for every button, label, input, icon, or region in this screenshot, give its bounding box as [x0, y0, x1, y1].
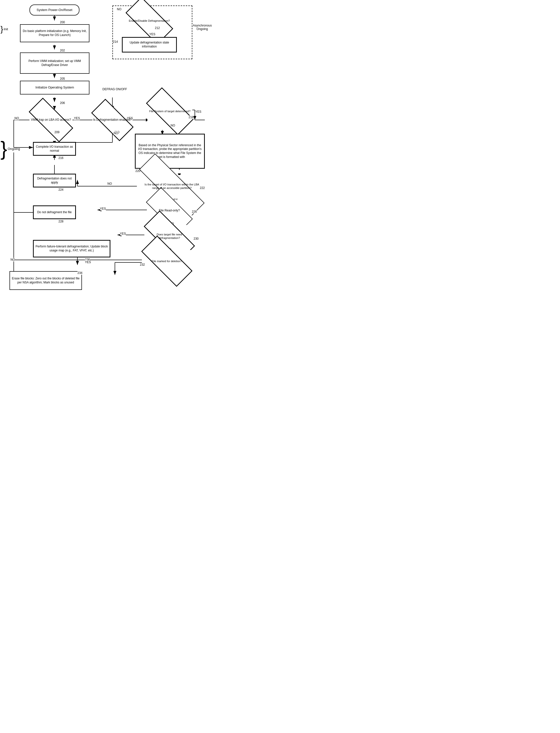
label-224: 224 [58, 188, 63, 191]
enable-disable-diamond: Enable/Disable Defragmentation? [127, 9, 172, 32]
complete-io-label: Complete I/O transaction as normal [35, 145, 74, 153]
label-200: 200 [60, 20, 65, 24]
label-234: 234 [77, 271, 82, 275]
vmm-trap-no-label: NO [14, 116, 19, 120]
label-206: 206 [60, 101, 65, 105]
basic-platform-label: Do basic platform initialization (e.g. M… [22, 29, 87, 37]
lba-no-label: NO [107, 182, 112, 185]
ongoing-brace-label: } Ongoing [0, 139, 20, 159]
label-228: 228 [58, 220, 63, 223]
system-power-reset-box: System Power-On/Reset [29, 4, 79, 15]
async-ongoing-label: Asynchronous Ongoing [193, 24, 212, 31]
file-marked-label: File marked for deletion? [152, 260, 182, 263]
enable-disable-no-label: NO [117, 7, 121, 11]
label-202: 202 [60, 49, 65, 52]
fs-det-no-label: NO [171, 124, 175, 127]
file-marked-yes-label: YES [85, 260, 91, 264]
file-system-det-label: File System of target determined? [149, 110, 190, 113]
defrag-onoff-label: DEFRAG ON/OFF [102, 87, 127, 91]
vmm-trap-yes-label: YES [74, 116, 80, 120]
need-defrag-yes-label: YES [120, 232, 126, 235]
basic-platform-box: Do basic platform initialization (e.g. M… [20, 24, 89, 42]
update-defrag-box: Update defragmentation state information [122, 37, 177, 52]
defrag-enabled-no-label: NO [114, 131, 118, 135]
init-os-label: Initialize Operating System [35, 85, 74, 90]
perform-defrag-box: Perform failure-tolerant defragmentation… [33, 240, 110, 257]
perform-defrag-label: Perform failure-tolerant defragmentation… [35, 245, 108, 252]
file-readonly-label: File Read-only? [159, 209, 180, 212]
file-marked-no-label: NO [10, 258, 15, 261]
complete-io-box: Complete I/O transaction as normal [33, 142, 76, 156]
system-power-reset-label: System Power-On/Reset [36, 8, 72, 12]
vmm-init-box: Perform VMM initialization; set up VMM D… [20, 52, 89, 74]
enable-disable-label: Enable/Disable Defragmentation? [129, 19, 170, 22]
vmm-trap-label: VMM trap on LBA I/O access? [31, 118, 71, 121]
need-defrag-label: Does target file need defragmentation? [157, 233, 182, 239]
label-232: 232 [140, 263, 145, 266]
label-205: 205 [60, 77, 65, 80]
readonly-yes-label: YES [100, 207, 106, 210]
erase-blocks-label: Erase file blocks: Zero out the blocks o… [11, 277, 80, 284]
vmm-init-label: Perform VMM initialization; set up VMM D… [22, 59, 87, 67]
label-216: 216 [58, 156, 63, 160]
probe-fs-label: Based on the Physical Sector referenced … [137, 143, 203, 159]
label-214: 214 [113, 40, 118, 43]
defrag-enabled-diamond: Is Defragmentation enabled? [92, 110, 132, 130]
label-212: 212 [155, 26, 160, 30]
init-os-box: Initialize Operating System [20, 81, 89, 94]
lba-range-diamond: Is the target of I/O transaction within … [137, 175, 207, 197]
lba-range-label: Is the target of I/O transaction within … [145, 183, 199, 189]
enable-disable-yes-label: YES [149, 32, 155, 36]
label-226: 226 [192, 210, 197, 213]
defrag-not-apply-label: Defragmentation does not apply [35, 177, 74, 184]
fs-det-yes-label: YES [195, 110, 201, 113]
label-209: 209 [54, 130, 59, 134]
erase-blocks-box: Erase file blocks: Zero out the blocks o… [9, 271, 82, 290]
init-brace-label: } Init [0, 25, 8, 33]
file-marked-diamond: File marked for deletion? [142, 250, 192, 272]
update-defrag-label: Update defragmentation state information [124, 41, 175, 48]
file-system-det-diamond: File System of target determined? [147, 100, 192, 122]
do-not-defrag-box: Do not defragment the file [33, 205, 76, 219]
defrag-enabled-label: Is Defragmentation enabled? [93, 118, 132, 121]
do-not-defrag-label: Do not defragment the file [37, 210, 72, 214]
diagram-container: System Power-On/Reset 200 Do basic platf… [0, 0, 225, 300]
defrag-not-apply-box: Defragmentation does not apply [33, 174, 76, 187]
label-218: 218 [189, 115, 194, 119]
vmm-trap-diamond: VMM trap on LBA I/O access? [29, 110, 72, 130]
label-230: 230 [194, 237, 199, 240]
